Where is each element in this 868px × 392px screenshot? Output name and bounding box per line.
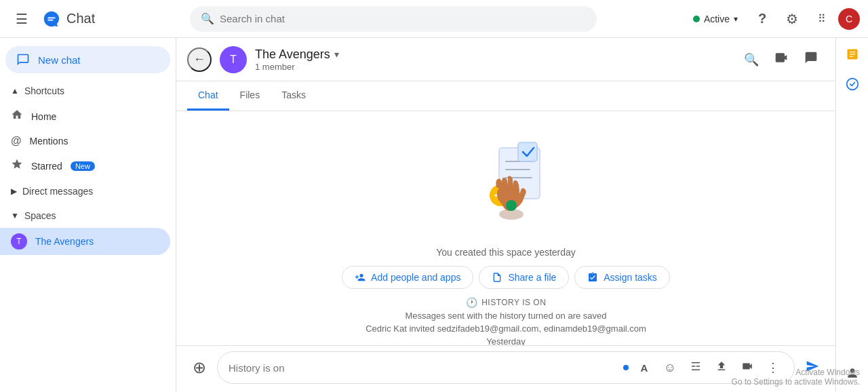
sidebar-spaces-section: ▼ Spaces [0,203,176,228]
created-space-text: You created this space yesterday [436,247,576,258]
more-vert-icon: ⋮ [767,360,779,375]
status-button[interactable]: Active ▾ [685,9,746,28]
header-search-icon: 🔍 [744,52,759,67]
expand-icon: ▶ [11,187,17,196]
assign-tasks-button[interactable]: Assign tasks [574,266,670,289]
video-button[interactable] [768,46,795,73]
send-icon [806,359,819,376]
gear-icon: ⚙ [786,11,798,27]
collapse-icon: ▲ [11,86,19,96]
help-button[interactable]: ? [749,5,776,33]
header-search-button[interactable]: 🔍 [738,46,765,73]
shortcuts-label: Shortcuts [24,85,64,96]
search-input[interactable] [220,13,586,24]
mention-button[interactable] [686,357,706,378]
format-text-button[interactable]: A [634,357,654,378]
sidebar-item-mentions[interactable]: @ Mentions [0,130,170,153]
svg-rect-5 [518,142,537,161]
tasks-icon [846,77,859,94]
thread-button[interactable] [797,46,825,73]
search-bar-icon: 🔍 [201,12,214,25]
side-tasks-button[interactable] [840,73,865,98]
history-on-label: 🕐 HISTORY IS ON [466,297,547,308]
main-layout: New chat ▲ Shortcuts Home @ Mentions Sta… [0,38,868,392]
chat-header-info: The Avengers ▾ 1 member [255,47,730,72]
dm-label: Direct messages [22,186,93,197]
search-bar[interactable]: 🔍 [190,6,597,32]
add-attachment-button[interactable]: ⊕ [187,355,212,380]
tab-files[interactable]: Files [229,81,271,111]
more-options-button[interactable]: ⋮ [763,357,783,378]
send-button[interactable] [800,355,825,380]
status-label: Active [704,14,730,24]
title-chevron-icon: ▾ [334,49,339,60]
space-illustration [452,128,560,236]
chat-tabs: Chat Files Tasks [176,81,835,111]
upload-icon [715,360,728,376]
history-section: 🕐 HISTORY IS ON Messages sent with the h… [302,297,709,345]
new-chat-label: New chat [38,54,81,66]
right-side-panel [835,38,868,392]
side-notes-button[interactable] [840,43,865,68]
spaces-header[interactable]: ▼ Spaces [0,206,170,225]
action-buttons: Add people and apps Share a file Assign … [342,266,670,289]
mention-icon [690,360,702,376]
app-title-label: Chat [66,11,95,26]
status-dot-icon [693,16,700,22]
history-on-text: HISTORY IS ON [481,298,546,307]
topbar-right: Active ▾ ? ⚙ ⠿ C [685,5,860,33]
spaces-label: Spaces [24,210,56,221]
video-icon [774,51,788,68]
starred-new-badge: New [71,161,95,171]
topbar: ☰ Chat 🔍 Active ▾ ? ⚙ ⠿ C [0,0,868,38]
sidebar-item-home[interactable]: Home [0,103,170,130]
chevron-down-icon: ▾ [734,14,738,24]
video-message-button[interactable] [737,357,757,378]
input-bar: ⊕ A ☺ [176,345,835,392]
yesterday-divider: Yesterday [478,336,533,345]
add-people-icon [355,272,366,283]
tab-tasks[interactable]: Tasks [271,81,317,111]
hamburger-icon: ☰ [16,11,28,27]
shortcuts-header[interactable]: ▲ Shortcuts [0,81,170,100]
chat-title-button[interactable]: The Avengers ▾ [255,47,730,62]
sidebar-item-starred[interactable]: Starred New [0,153,170,179]
sidebar-shortcuts-section: ▲ Shortcuts [0,79,176,103]
back-button[interactable]: ← [187,47,212,72]
share-file-button[interactable]: Share a file [479,266,569,289]
mentions-label: Mentions [30,136,68,146]
side-people-button[interactable] [840,362,865,387]
avengers-space-avatar: T [11,233,27,250]
collapse-spaces-icon: ▼ [11,211,19,220]
emoji-icon: ☺ [664,361,676,375]
message-input[interactable] [229,362,618,374]
add-people-button[interactable]: Add people and apps [342,266,473,289]
tab-chat[interactable]: Chat [187,81,229,111]
svg-point-10 [506,200,517,211]
apps-button[interactable]: ⠿ [808,5,835,33]
back-arrow-icon: ← [193,52,205,66]
chat-content: You created this space yesterday Add peo… [176,111,835,345]
illustration-svg [452,128,560,236]
settings-button[interactable]: ⚙ [778,5,806,33]
message-input-area: A ☺ [217,351,795,384]
apps-grid-icon: ⠿ [818,12,826,25]
format-text-icon: A [641,362,648,374]
right-panel: ← T The Avengers ▾ 1 member 🔍 [176,38,835,392]
sidebar-item-avengers[interactable]: T The Avengers [0,228,170,255]
dm-header[interactable]: ▶ Direct messages [0,182,170,201]
history-clock-icon: 🕐 [466,297,478,308]
user-avatar[interactable]: C [838,8,860,30]
avengers-label: The Avengers [35,236,94,247]
upload-button[interactable] [711,357,732,378]
new-chat-button[interactable]: New chat [5,46,170,73]
share-file-icon [492,272,502,283]
emoji-button[interactable]: ☺ [660,357,680,378]
sidebar: New chat ▲ Shortcuts Home @ Mentions Sta… [0,38,176,392]
hamburger-menu-button[interactable]: ☰ [8,5,35,33]
svg-point-15 [846,78,858,90]
google-chat-logo-icon [41,8,62,30]
home-label: Home [31,111,56,122]
history-invite-text: Cedric Kat invited sedzifadeb19@gmail.co… [366,324,646,334]
mention-icon: @ [11,135,22,147]
